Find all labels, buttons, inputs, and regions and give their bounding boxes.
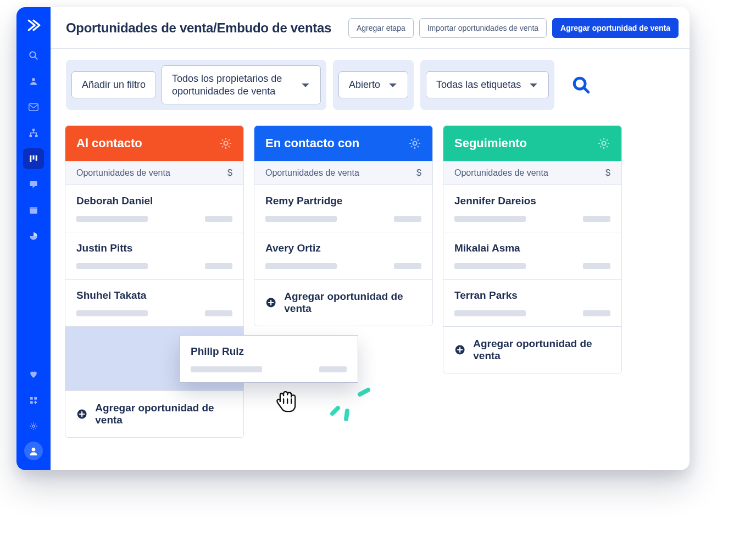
pipeline-column: En contacto con Oportunidades de venta $… (254, 125, 433, 326)
add-deal-row[interactable]: Agregar oportunidad de venta (65, 390, 243, 437)
motion-sparkle-icon (327, 383, 376, 422)
deal-name: Avery Ortiz (265, 242, 421, 254)
column-title: En contacto con (265, 136, 359, 150)
deal-name: Justin Pitts (76, 242, 232, 254)
svg-point-17 (32, 448, 36, 451)
deal-card[interactable]: Deborah Daniel (65, 185, 243, 232)
add-deal-row[interactable]: Agregar oportunidad de venta (443, 327, 621, 373)
column-currency: $ (227, 168, 232, 178)
heart-icon (29, 370, 38, 379)
dragging-deal-card[interactable]: Philip Ruiz (179, 335, 358, 383)
chevron-down-icon (388, 82, 398, 88)
header-bar: Oportunidades de venta/Embudo de ventas … (51, 7, 690, 49)
gear-icon (219, 137, 232, 150)
deal-card[interactable]: Justin Pitts (65, 232, 243, 280)
window-icon (29, 205, 38, 215)
column-header: Seguimiento (443, 126, 621, 161)
deal-card[interactable]: Mikalai Asma (443, 232, 621, 280)
column-title: Al contacto (76, 136, 142, 150)
column-settings-button[interactable] (597, 137, 610, 150)
gear-icon (29, 422, 38, 431)
envelope-icon (29, 103, 38, 111)
deal-name: Deborah Daniel (76, 195, 232, 207)
pipeline-column: Al contacto Oportunidades de venta $ Deb… (65, 125, 244, 438)
gear-icon (597, 137, 610, 150)
sidebar-item-settings[interactable] (23, 416, 44, 437)
tags-filter-dropdown[interactable]: Todas las etiquetas (426, 71, 549, 98)
sidebar-item-apps[interactable] (23, 390, 44, 411)
column-currency: $ (605, 168, 610, 178)
deal-meta-placeholder (454, 310, 610, 316)
sidebar-item-automations[interactable] (23, 122, 44, 143)
deal-card[interactable]: Avery Ortiz (254, 232, 432, 280)
svg-rect-13 (30, 397, 33, 400)
import-deals-button[interactable]: Importar oportunidades de venta (419, 18, 547, 38)
add-deal-label: Agregar oportunidad de venta (95, 402, 232, 426)
status-filter-label: Abierto (349, 79, 380, 91)
deal-meta-placeholder (76, 310, 232, 316)
brand-logo-icon (25, 17, 42, 34)
owner-filter-dropdown[interactable]: Todos los propietarios de oportunidades … (162, 65, 321, 104)
deal-card[interactable]: Terran Parks (443, 280, 621, 327)
svg-point-20 (224, 142, 228, 146)
svg-rect-5 (30, 135, 32, 137)
svg-rect-15 (30, 401, 33, 404)
person-icon (29, 76, 38, 86)
column-settings-button[interactable] (408, 137, 421, 150)
plus-circle-icon (265, 297, 276, 309)
column-header: En contacto con (254, 126, 432, 161)
deal-name: Terran Parks (454, 289, 610, 302)
deal-card[interactable]: Shuhei Takata (65, 280, 243, 327)
sidebar-item-lists[interactable] (23, 200, 44, 221)
deal-name: Philip Ruiz (191, 345, 347, 358)
column-sub-label: Oportunidades de venta (454, 168, 548, 178)
svg-rect-8 (33, 155, 35, 160)
pipeline-column: Seguimiento Oportunidades de venta $ Jen… (443, 125, 622, 373)
user-avatar[interactable] (24, 442, 43, 460)
status-filter-dropdown[interactable]: Abierto (338, 71, 408, 98)
deal-name: Jennifer Dareios (454, 195, 610, 207)
svg-rect-7 (30, 155, 31, 162)
sidebar-item-favorites[interactable] (23, 364, 44, 385)
sidebar-item-contacts[interactable] (23, 71, 44, 92)
sidebar-item-campaigns[interactable] (23, 97, 44, 118)
column-sub-label: Oportunidades de venta (265, 168, 359, 178)
deal-card[interactable]: Remy Partridge (254, 185, 432, 232)
column-subheader: Oportunidades de venta $ (254, 161, 432, 185)
sidebar-item-conversations[interactable] (23, 174, 44, 195)
svg-rect-3 (29, 104, 38, 110)
gear-icon (408, 137, 421, 150)
chevron-down-icon (529, 82, 538, 88)
add-deal-label: Agregar oportunidad de venta (473, 338, 610, 362)
sidebar-item-search[interactable] (23, 45, 44, 66)
column-settings-button[interactable] (219, 137, 232, 150)
kanban-icon (29, 154, 38, 164)
deal-meta-placeholder (265, 263, 421, 269)
column-subheader: Oportunidades de venta $ (443, 161, 621, 185)
add-filter-button[interactable]: Añadir un filtro (71, 71, 156, 98)
add-stage-button[interactable]: Agregar etapa (348, 18, 414, 38)
sidebar (16, 7, 51, 470)
deal-name: Remy Partridge (265, 195, 421, 207)
search-box[interactable] (561, 60, 674, 110)
pie-icon (29, 231, 38, 241)
search-icon (572, 76, 591, 94)
deal-card[interactable]: Jennifer Dareios (443, 185, 621, 232)
deal-name: Shuhei Takata (76, 289, 232, 302)
plus-circle-icon (454, 344, 465, 356)
deal-meta-placeholder (454, 216, 610, 222)
add-deal-label: Agregar oportunidad de venta (284, 291, 421, 315)
svg-rect-14 (34, 397, 37, 400)
chevron-down-icon (301, 82, 310, 88)
add-deal-button[interactable]: Agregar oportunidad de venta (552, 18, 679, 38)
sidebar-item-deals[interactable] (23, 148, 44, 169)
deal-meta-placeholder (265, 216, 421, 222)
svg-line-19 (583, 87, 588, 92)
app-window: Oportunidades de venta/Embudo de ventas … (16, 7, 690, 470)
owner-filter-label: Todos los propietarios de oportunidades … (172, 72, 293, 97)
filter-group-status: Abierto (333, 60, 414, 110)
add-deal-row[interactable]: Agregar oportunidad de venta (254, 280, 432, 326)
sidebar-item-reports[interactable] (23, 226, 44, 247)
avatar-icon (28, 445, 39, 456)
filter-group-main: Añadir un filtro Todos los propietarios … (66, 60, 326, 110)
